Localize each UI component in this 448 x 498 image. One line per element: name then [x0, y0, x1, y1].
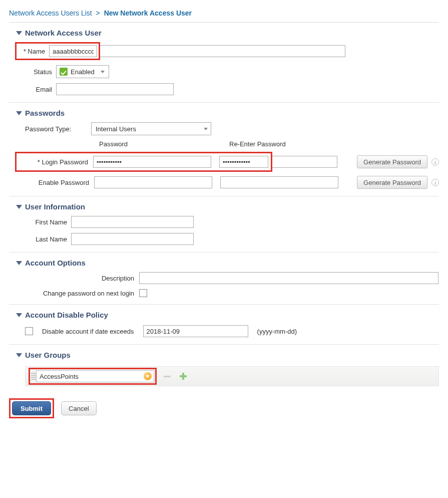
- generate-password-button-enable[interactable]: Generate Password: [357, 176, 427, 189]
- chevron-down-icon: [16, 353, 22, 357]
- status-value: Enabled: [71, 68, 95, 76]
- status-label: Status: [25, 68, 56, 76]
- user-group-value: AccessPoints: [40, 373, 79, 380]
- info-icon[interactable]: i: [431, 158, 439, 166]
- login-repassword-input-extension[interactable]: [272, 156, 337, 168]
- change-password-next-login-label: Change password on next login: [25, 290, 139, 297]
- password-type-label: Password Type:: [25, 125, 91, 133]
- user-group-row: AccessPoints: [25, 366, 439, 386]
- chevron-down-icon: [101, 71, 105, 73]
- first-name-label: First Name: [25, 218, 71, 226]
- section-title: User Groups: [25, 351, 71, 359]
- section-network-access-user[interactable]: Network Access User: [9, 29, 439, 37]
- generate-password-button-login[interactable]: Generate Password: [357, 155, 427, 168]
- disable-date-input[interactable]: [143, 325, 248, 337]
- change-password-next-login-checkbox[interactable]: [139, 289, 147, 297]
- submit-button[interactable]: Submit: [12, 401, 51, 415]
- chevron-down-icon: [16, 111, 22, 115]
- section-user-information[interactable]: User Information: [9, 202, 439, 211]
- highlight-login-password: * Login Password: [15, 152, 272, 172]
- section-title: Network Access User: [25, 29, 102, 37]
- disable-account-label: Disable account if date exceeds: [42, 328, 134, 335]
- login-password-input[interactable]: [93, 156, 211, 168]
- name-input-extension[interactable]: [100, 45, 345, 57]
- chevron-down-icon: [16, 205, 22, 209]
- section-title: Account Options: [25, 259, 86, 267]
- user-group-dropdown[interactable]: AccessPoints: [36, 370, 154, 382]
- chevron-down-icon: [16, 261, 22, 265]
- breadcrumb: Network Access Users List > New Network …: [9, 9, 439, 17]
- password-type-dropdown[interactable]: Internal Users: [91, 122, 211, 135]
- info-icon[interactable]: i: [431, 179, 439, 186]
- email-input[interactable]: [56, 83, 174, 95]
- password-type-value: Internal Users: [96, 125, 136, 133]
- remove-icon[interactable]: [164, 376, 171, 377]
- breadcrumb-sep: >: [96, 9, 100, 17]
- drag-handle-icon[interactable]: [31, 373, 36, 380]
- date-format-hint: (yyyy-mm-dd): [257, 328, 297, 335]
- section-account-disable-policy[interactable]: Account Disable Policy: [9, 311, 439, 319]
- description-label: Description: [25, 275, 139, 282]
- reenter-password-column-header: Re-Enter Password: [229, 140, 349, 148]
- breadcrumb-current: New Network Access User: [104, 9, 192, 17]
- highlight-submit: Submit: [9, 398, 54, 418]
- description-input[interactable]: [139, 272, 438, 284]
- status-dropdown[interactable]: Enabled: [56, 65, 109, 78]
- last-name-label: Last Name: [25, 235, 71, 243]
- last-name-input[interactable]: [71, 233, 194, 245]
- password-column-header: Password: [99, 140, 219, 148]
- login-password-label: * Login Password: [19, 158, 93, 166]
- breadcrumb-link[interactable]: Network Access Users List: [9, 9, 92, 17]
- first-name-input[interactable]: [71, 216, 194, 228]
- highlight-name: * Name: [15, 42, 100, 60]
- enable-password-input[interactable]: [94, 176, 212, 188]
- checkmark-icon: [60, 68, 68, 76]
- add-icon[interactable]: [180, 373, 187, 380]
- enable-password-label: Enable Password: [25, 179, 94, 186]
- highlight-user-group: AccessPoints: [29, 368, 157, 385]
- enable-repassword-input[interactable]: [220, 176, 338, 188]
- section-title: User Information: [25, 202, 85, 211]
- login-repassword-input-highlighted[interactable]: [219, 156, 268, 168]
- name-input-highlighted[interactable]: [49, 45, 97, 57]
- section-account-options[interactable]: Account Options: [9, 259, 439, 267]
- chevron-down-icon: [144, 372, 152, 380]
- chevron-down-icon: [16, 313, 22, 317]
- name-label: * Name: [18, 48, 49, 55]
- disable-account-checkbox[interactable]: [25, 327, 33, 335]
- email-label: Email: [25, 86, 56, 93]
- chevron-down-icon: [204, 128, 208, 130]
- section-title: Passwords: [25, 109, 65, 117]
- section-title: Account Disable Policy: [25, 311, 108, 319]
- cancel-button[interactable]: Cancel: [61, 401, 96, 415]
- chevron-down-icon: [16, 31, 22, 35]
- section-user-groups[interactable]: User Groups: [9, 351, 439, 359]
- section-passwords[interactable]: Passwords: [9, 109, 439, 117]
